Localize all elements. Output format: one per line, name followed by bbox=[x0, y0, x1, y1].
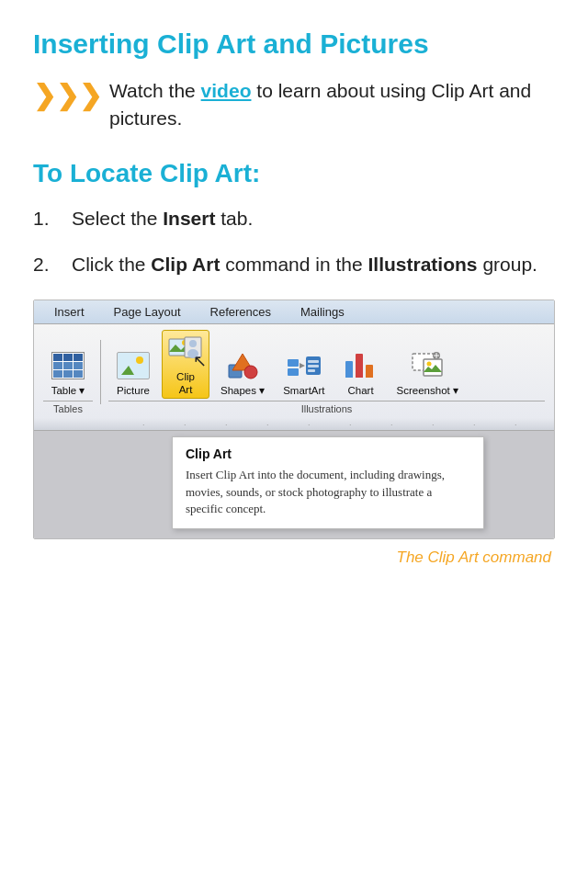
picture-img-icon bbox=[117, 352, 150, 379]
picture-label: Picture bbox=[117, 385, 150, 398]
svg-point-4 bbox=[189, 340, 197, 347]
video-text: Watch the video to learn about using Cli… bbox=[109, 77, 555, 133]
svg-point-18 bbox=[427, 361, 432, 366]
step-2-text: Click the Clip Art command in the Illust… bbox=[72, 251, 555, 278]
illustrations-bold: Illustrations bbox=[368, 254, 478, 275]
illustrations-group-label: Illustrations bbox=[108, 401, 545, 414]
shapes-label: Shapes ▾ bbox=[220, 385, 265, 398]
svg-rect-15 bbox=[308, 369, 315, 372]
group-tables: Table ▾ Tables bbox=[43, 345, 93, 415]
table-label: Table ▾ bbox=[51, 385, 85, 398]
svg-rect-13 bbox=[308, 360, 319, 363]
video-link[interactable]: video bbox=[201, 80, 252, 101]
screenshot-svg-icon bbox=[411, 352, 444, 379]
steps-list: 1. Select the Insert tab. 2. Click the C… bbox=[33, 205, 555, 279]
ribbon-item-smartart[interactable]: SmartArt bbox=[276, 345, 332, 400]
ribbon-ruler: · · · · · · · · · · bbox=[34, 418, 554, 431]
insert-bold: Insert bbox=[163, 208, 215, 229]
ribbon-tabs: Insert Page Layout References Mailings bbox=[34, 300, 554, 324]
chart-icon bbox=[344, 348, 379, 383]
separator-1 bbox=[100, 340, 101, 404]
screenshot-icon bbox=[410, 348, 445, 383]
tab-mailings[interactable]: Mailings bbox=[286, 300, 359, 323]
ribbon-item-table[interactable]: Table ▾ bbox=[43, 345, 93, 400]
step-2: 2. Click the Clip Art command in the Ill… bbox=[33, 251, 555, 278]
clipart-label: ClipArt bbox=[176, 371, 195, 397]
step-1-text: Select the Insert tab. bbox=[72, 205, 555, 232]
video-section: ❯❯❯ Watch the video to learn about using… bbox=[33, 77, 555, 133]
table-icon bbox=[51, 348, 85, 383]
shapes-icon bbox=[225, 348, 260, 383]
tab-pagelayout[interactable]: Page Layout bbox=[99, 300, 196, 323]
ribbon-item-chart[interactable]: Chart bbox=[336, 345, 386, 400]
tooltip-box: Clip Art Insert Clip Art into the docume… bbox=[172, 436, 484, 529]
tab-insert[interactable]: Insert bbox=[40, 300, 99, 323]
shapes-svg-icon bbox=[227, 352, 258, 379]
clipart-bold: Clip Art bbox=[151, 254, 220, 275]
step-1: 1. Select the Insert tab. bbox=[33, 205, 555, 232]
page-left-area bbox=[34, 436, 144, 529]
tables-group-label: Tables bbox=[43, 401, 93, 414]
page-title: Inserting Clip Art and Pictures bbox=[33, 28, 555, 61]
smartart-svg-icon bbox=[287, 352, 322, 379]
svg-point-5 bbox=[187, 349, 198, 358]
page: Inserting Clip Art and Pictures ❯❯❯ Watc… bbox=[0, 0, 588, 585]
tooltip-area: Clip Art Insert Clip Art into the docume… bbox=[34, 431, 554, 538]
step-2-num: 2. bbox=[33, 251, 72, 278]
table-grid-icon bbox=[51, 352, 85, 379]
ribbon-item-shapes[interactable]: Shapes ▾ bbox=[213, 345, 272, 400]
ribbon-item-clipart[interactable]: ↖ ClipArt bbox=[162, 330, 209, 400]
section-title: To Locate Clip Art: bbox=[33, 159, 555, 188]
ribbon-item-screenshot[interactable]: Screenshot ▾ bbox=[390, 345, 466, 400]
caption: The Clip Art command bbox=[33, 548, 555, 567]
screenshot-label: Screenshot ▾ bbox=[397, 385, 458, 398]
clipart-svg-icon bbox=[168, 335, 203, 368]
arrow-icon: ❯❯❯ bbox=[33, 79, 102, 111]
svg-marker-11 bbox=[300, 363, 305, 368]
tooltip-title: Clip Art bbox=[186, 447, 470, 461]
ribbon-items-tables: Table ▾ bbox=[43, 345, 93, 400]
tab-references[interactable]: References bbox=[196, 300, 286, 323]
svg-rect-14 bbox=[308, 365, 319, 368]
ribbon-items-illustrations: Picture bbox=[108, 330, 545, 400]
group-illustrations: Picture bbox=[108, 330, 545, 415]
ribbon-item-picture[interactable]: Picture bbox=[108, 345, 158, 400]
smartart-icon bbox=[287, 348, 322, 383]
clipart-icon: ↖ bbox=[168, 334, 203, 369]
svg-rect-9 bbox=[288, 359, 299, 367]
tooltip-description: Insert Clip Art into the document, inclu… bbox=[186, 467, 470, 517]
chart-bars-icon bbox=[345, 352, 377, 379]
picture-icon bbox=[116, 348, 151, 383]
video-prefix: Watch the bbox=[109, 80, 201, 101]
svg-rect-17 bbox=[424, 359, 442, 376]
step-1-num: 1. bbox=[33, 205, 72, 232]
ribbon-body: Table ▾ Tables Picture bbox=[34, 324, 554, 419]
svg-rect-10 bbox=[288, 368, 299, 376]
smartart-label: SmartArt bbox=[283, 385, 324, 398]
svg-point-8 bbox=[244, 366, 257, 379]
chart-label: Chart bbox=[348, 385, 374, 398]
page-right-area bbox=[493, 436, 554, 529]
ribbon-screenshot: Insert Page Layout References Mailings bbox=[33, 300, 555, 539]
